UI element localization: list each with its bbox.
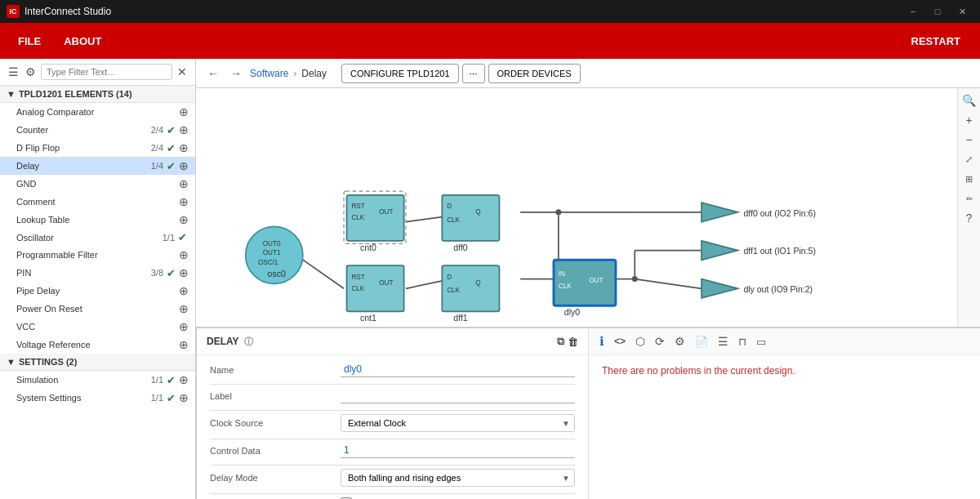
clock-source-select[interactable]: External Clock Internal Clock: [341, 414, 575, 432]
sidebar-item-dflipflop[interactable]: D Flip Flop 2/4 ✔ ⊕: [0, 139, 195, 157]
info-content: There are no problems in the current des…: [589, 355, 980, 499]
sidebar-item-system-settings[interactable]: System Settings 1/1 ✔ ⊕: [0, 389, 195, 407]
copy-element-button[interactable]: ⧉: [557, 335, 564, 348]
clock-source-value: External Clock Internal Clock ▼: [341, 414, 575, 432]
sidebar-item-lookup-table[interactable]: Lookup Table ⊕: [0, 211, 195, 229]
search-zoom-button[interactable]: 🔍: [960, 91, 978, 109]
svg-marker-44: [702, 203, 737, 221]
sidebar-item-power-on-reset[interactable]: Power On Reset ⊕: [0, 300, 195, 318]
order-devices-button[interactable]: ORDER DEVICES: [488, 64, 581, 83]
add-gnd-icon[interactable]: ⊕: [179, 177, 189, 190]
window-controls: − □ ✕: [902, 3, 973, 20]
settings-section-header[interactable]: ▼ SETTINGS (2): [0, 354, 195, 371]
svg-marker-46: [702, 241, 737, 260]
clear-filter-button[interactable]: ✕: [176, 64, 189, 80]
titlebar: IC InterConnect Studio − □ ✕: [0, 0, 980, 23]
help-circle-icon[interactable]: ⓘ: [244, 336, 253, 348]
zoom-in-button[interactable]: +: [960, 111, 978, 129]
sidebar-filter-icon[interactable]: ⚙: [24, 64, 38, 80]
svg-marker-48: [702, 279, 737, 298]
file-menu[interactable]: FILE: [7, 29, 52, 54]
delay-mode-label: Delay Mode: [210, 473, 341, 483]
sidebar-item-pin[interactable]: PIN 3/8 ✔ ⊕: [0, 264, 195, 282]
layout-tab-button[interactable]: ▭: [752, 333, 770, 350]
help-canvas-button[interactable]: ?: [960, 209, 978, 227]
control-data-input[interactable]: [341, 443, 575, 458]
elements-section-header[interactable]: ▼ TPLD1201 ELEMENTS (14): [0, 86, 195, 103]
canvas-area[interactable]: OUT0 OUT1 OSC/1 osc0 RST CLK OUT cnt0 RS…: [196, 88, 980, 327]
add-vref-icon[interactable]: ⊕: [179, 338, 189, 351]
label-input[interactable]: [341, 388, 575, 403]
svg-text:OUT0: OUT0: [263, 240, 281, 247]
zoom-out-button[interactable]: −: [960, 131, 978, 149]
breadcrumb-separator: ›: [293, 68, 296, 79]
dff-check-icon: ✔: [167, 142, 176, 154]
breadcrumb-software[interactable]: Software: [250, 68, 288, 79]
configure-button[interactable]: CONFIGURE TPLD1201: [341, 64, 458, 83]
history-tab-button[interactable]: ⟳: [651, 332, 669, 350]
chip-tab-button[interactable]: ⬡: [631, 332, 649, 350]
svg-line-0: [296, 255, 344, 288]
add-sys-icon[interactable]: ⊕: [179, 391, 189, 404]
sidebar-header: ☰ ⚙ ✕: [0, 59, 195, 86]
add-dff-icon[interactable]: ⊕: [179, 141, 189, 154]
back-button[interactable]: ←: [204, 65, 222, 82]
svg-text:dly out (IO9 Pin:2): dly out (IO9 Pin:2): [743, 284, 813, 294]
bottom-panel: DELAY ⓘ ⧉ 🗑 Name: [196, 327, 980, 499]
sliders-tab-button[interactable]: ⚙: [670, 332, 689, 350]
add-vcc-icon[interactable]: ⊕: [179, 320, 189, 333]
delete-element-button[interactable]: 🗑: [568, 335, 578, 348]
sidebar-item-simulation[interactable]: Simulation 1/1 ✔ ⊕: [0, 371, 195, 389]
close-button[interactable]: ✕: [951, 3, 973, 20]
pin-check-icon: ✔: [167, 267, 176, 279]
minimize-button[interactable]: −: [902, 3, 924, 20]
restart-button[interactable]: RESTART: [898, 29, 973, 54]
name-input[interactable]: [341, 362, 575, 377]
delay-mode-select[interactable]: Both falling and rising edges Rising edg…: [341, 469, 575, 487]
list-tab-button[interactable]: ☰: [714, 332, 733, 350]
add-sim-icon[interactable]: ⊕: [179, 373, 189, 386]
brush-button[interactable]: ✏: [960, 189, 978, 207]
sidebar-item-vcc[interactable]: VCC ⊕: [0, 318, 195, 336]
wave-tab-button[interactable]: ⊓: [734, 333, 751, 350]
add-por-icon[interactable]: ⊕: [179, 302, 189, 315]
add-pf-icon[interactable]: ⊕: [179, 248, 189, 261]
add-pipe-icon[interactable]: ⊕: [179, 284, 189, 297]
workspace: OUT0 OUT1 OSC/1 osc0 RST CLK OUT cnt0 RS…: [196, 88, 980, 499]
add-delay-icon[interactable]: ⊕: [179, 159, 189, 172]
name-field-row: Name: [210, 362, 575, 377]
code-tab-button[interactable]: <>: [610, 333, 630, 350]
svg-text:D: D: [447, 203, 452, 210]
fit-button[interactable]: ⤢: [960, 150, 978, 168]
add-counter-icon[interactable]: ⊕: [179, 123, 189, 136]
search-input[interactable]: [41, 64, 172, 80]
svg-text:cnt1: cnt1: [360, 313, 376, 323]
svg-text:CLK: CLK: [447, 287, 460, 294]
sidebar-item-delay[interactable]: Delay 1/4 ✔ ⊕: [0, 157, 195, 175]
grid-button[interactable]: ⊞: [960, 170, 978, 188]
svg-text:dff1: dff1: [453, 313, 467, 323]
maximize-button[interactable]: □: [926, 3, 949, 20]
sidebar-item-counter[interactable]: Counter 2/4 ✔ ⊕: [0, 121, 195, 139]
svg-text:dff0 out (IO2 Pin:6): dff0 out (IO2 Pin:6): [743, 208, 816, 218]
svg-text:dly0: dly0: [564, 307, 580, 317]
file-tab-button[interactable]: 📄: [691, 333, 712, 350]
add-pin-icon[interactable]: ⊕: [179, 266, 189, 279]
about-menu[interactable]: ABOUT: [52, 29, 113, 54]
elements-section-label: TPLD1201 ELEMENTS (14): [19, 89, 132, 99]
more-options-button[interactable]: ···: [462, 64, 485, 83]
sidebar-item-prog-filter[interactable]: Programmable Filter ⊕: [0, 246, 195, 264]
add-analog-icon[interactable]: ⊕: [179, 105, 189, 118]
svg-text:CLK: CLK: [351, 285, 364, 292]
sidebar-item-gnd[interactable]: GND ⊕: [0, 175, 195, 193]
sidebar-item-oscillator[interactable]: Oscillator 1/1 ✔: [0, 229, 195, 246]
add-comment-icon[interactable]: ⊕: [179, 195, 189, 208]
add-lookup-icon[interactable]: ⊕: [179, 213, 189, 226]
sidebar-toggle-button[interactable]: ☰: [7, 64, 20, 80]
sidebar-item-comment[interactable]: Comment ⊕: [0, 193, 195, 211]
sidebar-item-analog-comparator[interactable]: Analog Comparator ⊕: [0, 103, 195, 121]
info-tab-button[interactable]: ℹ: [595, 332, 608, 351]
sidebar-item-pipe-delay[interactable]: Pipe Delay ⊕: [0, 282, 195, 300]
forward-button[interactable]: →: [227, 65, 245, 82]
sidebar-item-voltage-ref[interactable]: Voltage Reference ⊕: [0, 336, 195, 354]
